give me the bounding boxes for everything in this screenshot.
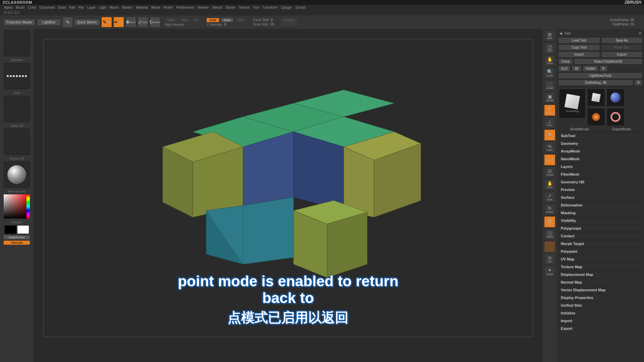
viewport[interactable]: + point mode is enabled to return back t… <box>43 39 533 337</box>
brush-stroke-slot[interactable] <box>4 63 30 89</box>
active-tool-thumb[interactable]: DoNothing <box>559 88 586 119</box>
viewport-zoom-button[interactable]: 🔍Zoom <box>544 67 555 79</box>
section-contact[interactable]: Contact <box>558 232 643 240</box>
save-as-button[interactable]: Save As <box>601 37 643 44</box>
section-morph-target[interactable]: Morph Target <box>558 240 643 247</box>
viewport-xpose-button[interactable]: ✦Xpose <box>544 266 555 277</box>
viewport-floor-button[interactable]: ⊥Floor <box>544 117 555 128</box>
viewport-scroll-button[interactable]: ✋Scroll <box>544 55 555 66</box>
menu-edit[interactable]: Edit <box>69 6 75 9</box>
goz-r-button[interactable]: R <box>599 65 608 72</box>
menu-macro[interactable]: Macro <box>110 6 119 9</box>
menu-texture[interactable]: Texture <box>238 6 250 9</box>
viewport-move-button[interactable]: ✋Move <box>544 179 555 190</box>
viewport-persp-button[interactable]: 👁Persp <box>544 105 555 116</box>
mrgb-toggle[interactable]: Mrgb <box>165 18 177 22</box>
projection-master-button[interactable]: Projection Master <box>3 19 36 26</box>
menu-zscript[interactable]: Zscript <box>295 6 305 9</box>
matcap-slot[interactable] <box>4 162 30 188</box>
menu-picker[interactable]: Picker <box>164 6 173 9</box>
menu-render[interactable]: Render <box>198 6 209 9</box>
viewport-solo-button[interactable]: ◎Solo <box>544 253 555 265</box>
section-geometry[interactable]: Geometry <box>558 139 643 147</box>
viewport-aahalf-button[interactable]: ▣AAHalf <box>544 92 555 104</box>
lightbox-tools-button[interactable]: Lightbox▸Tools <box>558 72 643 79</box>
alternate-button[interactable]: Alternate <box>4 241 30 245</box>
menu-brush[interactable]: Brush <box>16 6 25 9</box>
zsub-toggle[interactable]: Zsub <box>221 18 233 22</box>
back-icon[interactable]: ◀ <box>559 32 562 35</box>
menu-material[interactable]: Material <box>136 6 148 9</box>
menu-layer[interactable]: Layer <box>87 6 96 9</box>
copy-tool-button[interactable]: Copy Tool <box>558 44 600 51</box>
viewport-bpr-button[interactable]: ⊞BPR <box>544 30 555 42</box>
menu-document[interactable]: Document <box>40 6 55 9</box>
alpha-slot[interactable] <box>4 96 30 122</box>
restore-icon[interactable]: ⟲ <box>639 32 641 35</box>
import-button[interactable]: Import <box>558 51 600 58</box>
dynamic-toggle[interactable]: Dynamic <box>281 18 298 26</box>
simplebrush-thumb[interactable] <box>587 108 605 126</box>
switch-color-button[interactable]: SwitchColor <box>4 235 30 239</box>
zcut-toggle[interactable]: Zcut <box>235 18 247 22</box>
section-initialize[interactable]: Initialize <box>558 309 643 317</box>
section-fibermesh[interactable]: FiberMesh <box>558 170 643 178</box>
scale-mode-button[interactable]: ⤢Scale <box>138 17 148 27</box>
edit-mode-button[interactable]: ✎Edit <box>101 17 112 27</box>
texture-slot[interactable] <box>4 129 30 155</box>
clone-button[interactable]: Clone <box>558 58 573 65</box>
menu-movie[interactable]: Movie <box>151 6 160 9</box>
menu-transform[interactable]: Transform <box>262 6 277 9</box>
swatch-white[interactable] <box>17 225 29 234</box>
viewport-polyf-button[interactable]: ▦PolyF <box>544 216 555 228</box>
section-export[interactable]: Export <box>558 324 643 332</box>
viewport-spix-button[interactable]: ◫SPix <box>544 43 555 54</box>
export-button[interactable]: Export <box>601 51 643 58</box>
viewport-actual-button[interactable]: ⬚Actual <box>544 80 555 91</box>
section-subtool[interactable]: SubTool <box>558 132 643 139</box>
move-mode-button[interactable]: ✥Move <box>125 17 136 27</box>
tool-name-field[interactable]: DoNothing. 48 <box>558 79 633 86</box>
section-arraymesh[interactable]: ArrayMesh <box>558 147 643 155</box>
viewport-scale-button[interactable]: ⤢Scale <box>544 191 555 203</box>
section-preview[interactable]: Preview <box>558 186 643 193</box>
menu-light[interactable]: Light <box>99 6 106 9</box>
section-import[interactable]: Import <box>558 317 643 324</box>
m-toggle[interactable]: M <box>192 18 200 22</box>
section-vector-displacement-map[interactable]: Vector Displacement Map <box>558 286 643 294</box>
swatch-black[interactable] <box>4 225 16 234</box>
load-tool-button[interactable]: Load Tool <box>558 37 600 44</box>
section-polygroups[interactable]: Polygroups <box>558 224 643 232</box>
rotate-mode-button[interactable]: ↻Rotate <box>150 17 160 27</box>
menu-stroke[interactable]: Stroke <box>225 6 235 9</box>
eraserbrush-thumb[interactable] <box>606 108 625 126</box>
color-picker[interactable] <box>4 194 30 219</box>
focal-shift-value[interactable]: 0 <box>271 18 273 22</box>
quick-sketch-button[interactable]: Quick Sketch <box>74 19 100 26</box>
goz-visible-button[interactable]: Visible <box>583 65 598 72</box>
goz-all-button[interactable]: All <box>572 65 581 72</box>
section-layers[interactable]: Layers <box>558 163 643 170</box>
section-displacement-map[interactable]: Displacement Map <box>558 270 643 278</box>
viewport-rotate-button[interactable]: ↻Rotate <box>544 204 555 215</box>
viewport-lsym-button[interactable]: ⇆LSym <box>544 142 555 153</box>
alphabrush-thumb[interactable] <box>606 88 625 107</box>
section-uv-map[interactable]: UV Map <box>558 255 643 263</box>
viewport-local-button[interactable]: ◉Local <box>544 129 555 141</box>
menu-zplugin[interactable]: Zplugin <box>281 6 292 9</box>
menu-tool[interactable]: Tool <box>253 6 259 9</box>
section-normal-map[interactable]: Normal Map <box>558 278 643 286</box>
paste-tool-button[interactable]: Paste Tool <box>601 44 643 51</box>
draw-size-value[interactable]: 15 <box>270 22 274 26</box>
section-geometry-hd[interactable]: Geometry HD <box>558 178 643 186</box>
menu-alpha[interactable]: Alpha <box>4 6 13 9</box>
section-deformation[interactable]: Deformation <box>558 201 643 209</box>
menu-draw[interactable]: Draw <box>58 6 66 9</box>
section-texture-map[interactable]: Texture Map <box>558 263 643 270</box>
viewport--button[interactable] <box>544 241 555 252</box>
quick-sketch-icon[interactable]: ✎ <box>62 17 73 27</box>
viewport-transp-button[interactable]: ◫Transp <box>544 229 555 240</box>
z-intensity-value[interactable]: 0 <box>224 23 226 26</box>
make-polymesh-button[interactable]: Make PolyMesh3D <box>574 58 643 65</box>
donothing-thumb[interactable] <box>587 88 605 107</box>
